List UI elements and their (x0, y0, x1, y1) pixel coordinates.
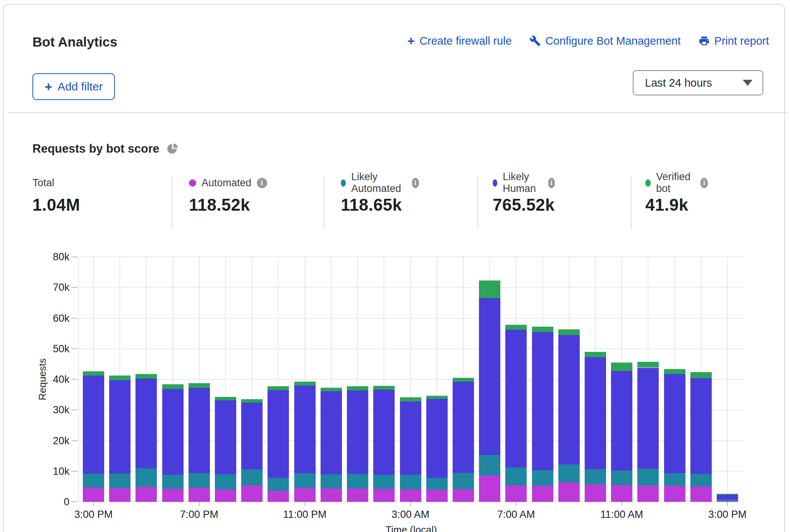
info-icon[interactable]: i (257, 178, 267, 188)
bar-segment-likely-human[interactable] (294, 385, 316, 473)
add-filter-button[interactable]: + Add filter (32, 73, 115, 100)
bar-segment-verified-bot[interactable] (162, 384, 184, 389)
bar-segment-automated[interactable] (162, 489, 184, 502)
bar-segment-verified-bot[interactable] (453, 378, 474, 382)
bar-segment-likely-automated[interactable] (241, 469, 263, 486)
bar-segment-automated[interactable] (294, 488, 316, 502)
bar-segment-likely-human[interactable] (268, 390, 289, 478)
bar-segment-automated[interactable] (611, 485, 632, 502)
bar-segment-likely-human[interactable] (215, 400, 236, 474)
bar-segment-likely-automated[interactable] (400, 475, 421, 490)
bar-segment-automated[interactable] (690, 487, 712, 502)
bar-segment-likely-human[interactable] (585, 357, 606, 469)
time-range-select[interactable]: Last 24 hours (633, 70, 763, 95)
bar-segment-automated[interactable] (215, 490, 236, 502)
create-firewall-rule-link[interactable]: + Create firewall rule (407, 34, 512, 47)
bar-segment-verified-bot[interactable] (585, 352, 606, 357)
configure-bot-management-link[interactable]: Configure Bot Management (529, 35, 681, 47)
bar-segment-verified-bot[interactable] (505, 325, 527, 330)
bar-segment-likely-human[interactable] (83, 376, 104, 474)
bar-segment-likely-automated[interactable] (690, 474, 712, 487)
bar-segment-automated[interactable] (717, 501, 738, 502)
bar-segment-verified-bot[interactable] (83, 371, 104, 376)
info-icon[interactable]: i (412, 178, 419, 188)
bar-segment-likely-automated[interactable] (585, 469, 606, 484)
print-report-link[interactable]: Print report (698, 35, 769, 47)
bar-segment-verified-bot[interactable] (189, 383, 210, 388)
bar-segment-verified-bot[interactable] (268, 386, 289, 390)
bar-segment-automated[interactable] (241, 485, 263, 502)
bar-segment-likely-human[interactable] (135, 379, 157, 468)
bar-segment-likely-human[interactable] (453, 382, 474, 473)
bar-segment-verified-bot[interactable] (347, 386, 368, 390)
bar-segment-automated[interactable] (135, 487, 157, 502)
bar-segment-likely-human[interactable] (532, 332, 553, 470)
bar-segment-automated[interactable] (585, 484, 606, 502)
bar-segment-likely-human[interactable] (426, 399, 448, 478)
bar-segment-likely-automated[interactable] (162, 475, 184, 489)
bar-segment-verified-bot[interactable] (532, 327, 553, 332)
bar-segment-likely-automated[interactable] (426, 478, 448, 489)
bar-segment-automated[interactable] (400, 489, 421, 502)
bar-segment-verified-bot[interactable] (479, 281, 500, 298)
bar-segment-verified-bot[interactable] (294, 382, 316, 385)
bar-segment-verified-bot[interactable] (664, 369, 685, 374)
bar-segment-automated[interactable] (189, 488, 210, 502)
bar-segment-likely-automated[interactable] (664, 473, 685, 486)
bar-segment-likely-automated[interactable] (189, 473, 210, 488)
bar-segment-likely-automated[interactable] (347, 474, 368, 489)
bar-segment-likely-human[interactable] (717, 495, 738, 500)
bar-segment-likely-human[interactable] (241, 403, 263, 469)
bar-segment-likely-human[interactable] (558, 335, 580, 464)
bar-segment-automated[interactable] (347, 488, 368, 502)
bar-segment-likely-automated[interactable] (294, 473, 316, 488)
bar-segment-automated[interactable] (109, 488, 131, 502)
bar-segment-likely-automated[interactable] (215, 474, 236, 490)
bar-segment-likely-automated[interactable] (83, 474, 104, 488)
bar-segment-automated[interactable] (558, 482, 580, 502)
info-icon[interactable]: i (548, 178, 555, 188)
bar-segment-likely-human[interactable] (162, 389, 184, 475)
bar-segment-verified-bot[interactable] (558, 329, 580, 335)
bar-segment-likely-automated[interactable] (453, 473, 474, 489)
bar-segment-likely-human[interactable] (611, 371, 632, 471)
bar-segment-likely-automated[interactable] (532, 470, 553, 486)
bar-segment-likely-automated[interactable] (611, 471, 632, 485)
bar-segment-verified-bot[interactable] (241, 399, 263, 403)
bar-segment-likely-automated[interactable] (268, 478, 289, 491)
bar-segment-automated[interactable] (532, 486, 553, 502)
bar-segment-likely-human[interactable] (690, 378, 712, 474)
bar-segment-verified-bot[interactable] (321, 388, 342, 392)
bar-segment-likely-human[interactable] (321, 391, 342, 474)
bar-segment-verified-bot[interactable] (215, 397, 236, 400)
bar-segment-likely-automated[interactable] (558, 464, 580, 482)
bar-segment-likely-human[interactable] (479, 298, 500, 455)
bar-segment-likely-automated[interactable] (109, 474, 131, 488)
bar-segment-likely-automated[interactable] (373, 475, 395, 489)
bar-segment-verified-bot[interactable] (400, 397, 421, 401)
bar-segment-automated[interactable] (321, 488, 342, 502)
bar-segment-likely-automated[interactable] (637, 469, 659, 485)
bar-segment-likely-automated[interactable] (717, 500, 738, 501)
bar-segment-automated[interactable] (83, 488, 104, 502)
info-icon[interactable]: i (700, 178, 708, 188)
bar-segment-likely-human[interactable] (189, 388, 210, 473)
bar-segment-verified-bot[interactable] (426, 396, 448, 399)
bar-segment-verified-bot[interactable] (611, 363, 632, 371)
bar-segment-automated[interactable] (268, 491, 289, 502)
bar-segment-automated[interactable] (426, 490, 448, 502)
bar-segment-verified-bot[interactable] (109, 376, 131, 380)
bar-segment-likely-human[interactable] (664, 374, 685, 473)
bar-segment-automated[interactable] (505, 485, 527, 502)
bar-segment-automated[interactable] (479, 476, 500, 502)
bar-segment-likely-human[interactable] (505, 330, 527, 468)
bar-segment-likely-human[interactable] (400, 401, 421, 475)
bar-segment-likely-human[interactable] (373, 390, 395, 474)
bar-segment-verified-bot[interactable] (637, 362, 659, 368)
bar-segment-verified-bot[interactable] (717, 494, 738, 495)
bar-segment-likely-automated[interactable] (479, 455, 500, 476)
bar-segment-verified-bot[interactable] (690, 372, 712, 378)
bar-segment-likely-automated[interactable] (135, 468, 157, 487)
bar-segment-likely-human[interactable] (637, 368, 659, 469)
bar-segment-automated[interactable] (637, 485, 659, 502)
